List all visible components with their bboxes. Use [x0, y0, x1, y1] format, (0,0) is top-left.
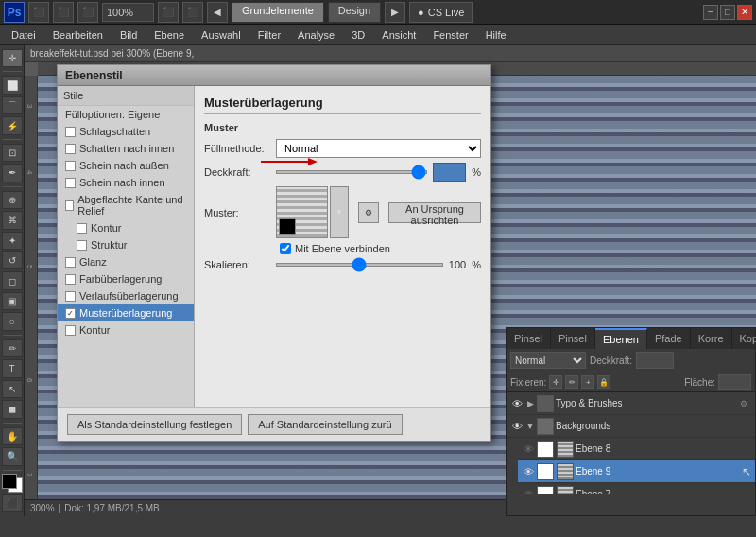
zoom-icon[interactable]: ⬛: [158, 2, 179, 23]
struktur-checkbox[interactable]: [77, 240, 87, 251]
gradient-tool[interactable]: ▣: [2, 292, 23, 310]
eraser-tool[interactable]: ◻: [2, 271, 23, 289]
history-btn[interactable]: ⬛: [53, 2, 74, 23]
fill-options-item[interactable]: Fülloptionen: Eigene: [58, 106, 194, 123]
tab-pfade[interactable]: Pfade: [647, 328, 691, 349]
menu-bild[interactable]: Bild: [112, 26, 145, 44]
style-farbuberlagerung[interactable]: Farbüberlagerung: [58, 270, 194, 287]
tab-pinsel2[interactable]: Pinsel: [551, 328, 595, 349]
eyedropper-tool[interactable]: ✒: [2, 164, 23, 182]
layer-arrow-bg[interactable]: ▼: [525, 420, 535, 433]
fix-paint-icon[interactable]: ✏: [565, 375, 578, 389]
doc-btn[interactable]: ⬛: [77, 2, 98, 23]
verlaufs-checkbox[interactable]: [65, 291, 76, 302]
layer-ebene9[interactable]: 👁 Ebene 9 ↖: [518, 460, 755, 483]
opacity-panel-input[interactable]: 100%: [636, 352, 674, 369]
pattern-dropdown-btn[interactable]: ▼: [330, 186, 349, 238]
layer-arrow-typo[interactable]: ▶: [525, 397, 535, 410]
fix-lock-icon[interactable]: 🔒: [597, 375, 610, 389]
muster-checkbox[interactable]: ✓: [65, 308, 76, 319]
menu-ansicht[interactable]: Ansicht: [374, 26, 423, 44]
menu-hilfe[interactable]: Hilfe: [478, 26, 514, 44]
shape-tool[interactable]: ◼: [2, 400, 23, 418]
kontur-bottom-checkbox[interactable]: [65, 325, 76, 336]
style-struktur[interactable]: Struktur: [58, 236, 194, 253]
schein-innen-checkbox[interactable]: [65, 178, 76, 188]
style-schatten-innen[interactable]: Schatten nach innen: [58, 140, 194, 157]
style-schein-aussen[interactable]: Schein nach außen: [58, 157, 194, 174]
fix-pos-icon[interactable]: +: [581, 375, 594, 389]
tab-ebenen[interactable]: Ebenen: [595, 328, 647, 349]
zoom-tool[interactable]: 🔍: [2, 447, 23, 465]
style-glanz[interactable]: Glanz: [58, 253, 194, 270]
text-tool[interactable]: T: [2, 359, 23, 377]
menu-3d[interactable]: 3D: [344, 26, 372, 44]
layer-options-typo[interactable]: ⚙: [736, 397, 751, 410]
maximize-btn[interactable]: □: [720, 5, 735, 20]
pattern-options-btn[interactable]: ⚙: [358, 202, 379, 223]
layer-eye-bg[interactable]: 👁: [510, 420, 524, 433]
tab-kopie[interactable]: Kopie: [732, 328, 756, 349]
minimize-btn[interactable]: −: [703, 5, 718, 20]
farbuberlagerung-checkbox[interactable]: [65, 274, 76, 285]
brush-tool[interactable]: ⌘: [2, 211, 23, 229]
fix-move-icon[interactable]: ✛: [549, 375, 562, 389]
dodge-tool[interactable]: ○: [2, 312, 23, 330]
nav-back-btn[interactable]: ◀: [207, 2, 228, 23]
arrange-btn[interactable]: ⬛: [182, 2, 203, 23]
abgeflachte-checkbox[interactable]: [65, 200, 74, 211]
schein-aussen-checkbox[interactable]: [65, 161, 76, 171]
close-btn[interactable]: ✕: [737, 5, 752, 20]
layer-eye-typo[interactable]: 👁: [510, 397, 524, 410]
lasso-tool[interactable]: ⌒: [2, 96, 23, 114]
color-swatches[interactable]: [2, 474, 23, 492]
layer-typo-brushes[interactable]: 👁 ▶ Typo & Brushes ⚙: [507, 392, 755, 415]
style-kontur-bottom[interactable]: Kontur: [58, 321, 194, 338]
style-schlagschatten[interactable]: Schlagschatten: [58, 123, 194, 140]
layer-eye-8[interactable]: 👁: [522, 442, 535, 456]
style-abgeflachte[interactable]: Abgeflachte Kante und Relief: [58, 191, 194, 219]
style-verlaufs[interactable]: Verlaufsüberlagerung: [58, 287, 194, 304]
layer-eye-7[interactable]: 👁: [522, 488, 535, 495]
layer-ebene7[interactable]: 👁 Ebene 7: [518, 483, 755, 494]
clone-tool[interactable]: ✦: [2, 232, 23, 250]
pen-tool[interactable]: ✏: [2, 339, 23, 357]
glanz-checkbox[interactable]: [65, 257, 76, 268]
menu-bearbeiten[interactable]: Bearbeiten: [45, 26, 111, 44]
quick-mask-btn[interactable]: ⬛: [2, 494, 23, 512]
reset-btn[interactable]: Auf Standardeinstellung zurü: [248, 414, 402, 435]
kontur-indent-checkbox[interactable]: [77, 223, 87, 234]
marquee-tool[interactable]: ⬜: [2, 76, 23, 94]
layer-ebene8[interactable]: 👁 Ebene 8: [518, 438, 755, 460]
spot-heal-tool[interactable]: ⊕: [2, 191, 23, 209]
layer-backgrounds[interactable]: 👁 ▼ Backgrounds: [507, 415, 755, 438]
style-kontur-indent[interactable]: Kontur: [58, 219, 194, 236]
pattern-icon-btn[interactable]: ⚙: [358, 202, 379, 223]
hand-tool[interactable]: ✋: [2, 427, 23, 445]
tool-options-btn[interactable]: ⬛: [28, 2, 49, 23]
menu-fenster[interactable]: Fenster: [425, 26, 475, 44]
history-brush-tool[interactable]: ↺: [2, 251, 23, 269]
area-input[interactable]: 0%: [718, 374, 751, 390]
mode-grundelemente-btn[interactable]: Grundelemente: [232, 2, 324, 23]
style-schein-innen[interactable]: Schein nach innen: [58, 174, 194, 191]
cslive-btn[interactable]: ● CS Live: [409, 2, 472, 23]
opacity-input[interactable]: 100: [433, 163, 466, 182]
link-checkbox[interactable]: [280, 243, 291, 254]
wand-tool[interactable]: ⚡: [2, 116, 23, 134]
schatten-innen-checkbox[interactable]: [65, 144, 76, 154]
menu-ebene[interactable]: Ebene: [146, 26, 192, 44]
pattern-preview[interactable]: [276, 186, 328, 238]
scale-slider[interactable]: [276, 263, 443, 267]
crop-tool[interactable]: ⊡: [2, 144, 23, 162]
menu-auswahl[interactable]: Auswahl: [194, 26, 249, 44]
menu-datei[interactable]: Datei: [4, 26, 43, 44]
move-tool[interactable]: ✛: [2, 49, 23, 67]
menu-filter[interactable]: Filter: [250, 26, 288, 44]
tab-korre[interactable]: Korre: [691, 328, 732, 349]
mode-design-btn[interactable]: Design: [328, 2, 381, 23]
blend-mode-select[interactable]: Normal: [510, 352, 586, 369]
tab-pinsel1[interactable]: Pinsel: [507, 328, 551, 349]
origin-btn[interactable]: An Ursprung ausrichten: [388, 202, 481, 223]
set-default-btn[interactable]: Als Standardeinstellung festlegen: [67, 414, 242, 435]
